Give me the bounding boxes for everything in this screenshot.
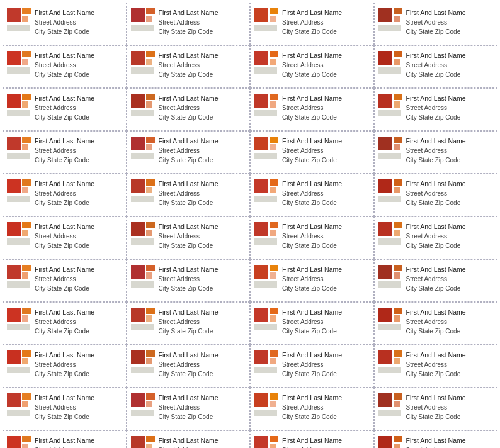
- contact-card[interactable]: First And Last Name Street Address City …: [127, 259, 251, 302]
- contact-card[interactable]: First And Last Name Street Address City …: [374, 216, 498, 259]
- contact-card[interactable]: First And Last Name Street Address City …: [127, 45, 251, 88]
- contact-name: First And Last Name: [406, 179, 466, 189]
- avatar-large-square: [131, 393, 145, 407]
- contact-name: First And Last Name: [406, 94, 466, 103]
- contact-card[interactable]: First And Last Name Street Address City …: [250, 216, 374, 259]
- contact-address: Street Address: [406, 318, 466, 327]
- contact-card[interactable]: First And Last Name Street Address City …: [127, 174, 251, 216]
- contact-name: First And Last Name: [282, 8, 342, 18]
- contact-name: First And Last Name: [159, 222, 219, 232]
- contact-card[interactable]: First And Last Name Street Address City …: [3, 259, 127, 302]
- contact-text: First And Last Name Street Address City …: [406, 265, 466, 293]
- contact-name: First And Last Name: [159, 393, 219, 403]
- contact-city: City State Zip Code: [282, 70, 342, 79]
- contact-card[interactable]: First And Last Name Street Address City …: [250, 174, 374, 216]
- contact-name: First And Last Name: [35, 137, 94, 146]
- avatar-base-rect: [254, 153, 277, 159]
- contact-city: City State Zip Code: [159, 199, 219, 208]
- contact-card[interactable]: First And Last Name Street Address City …: [374, 45, 498, 88]
- avatar-base-rect: [378, 153, 401, 159]
- contact-card[interactable]: First And Last Name Street Address City …: [127, 430, 251, 448]
- avatar: [378, 51, 402, 74]
- avatar-medium-rect: [146, 308, 155, 314]
- avatar-small-square: [394, 144, 400, 150]
- avatar-base-rect: [131, 153, 154, 159]
- contact-card[interactable]: First And Last Name Street Address City …: [127, 302, 251, 345]
- contact-card[interactable]: First And Last Name Street Address City …: [127, 3, 251, 45]
- avatar-large-square: [131, 436, 145, 448]
- contact-card[interactable]: First And Last Name Street Address City …: [250, 430, 374, 448]
- avatar-base-rect: [254, 324, 277, 330]
- contact-card[interactable]: First And Last Name Street Address City …: [250, 302, 374, 345]
- contact-name: First And Last Name: [159, 308, 219, 317]
- avatar: [7, 51, 31, 74]
- avatar: [7, 265, 31, 288]
- contact-text: First And Last Name Street Address City …: [159, 350, 219, 379]
- avatar-small-square: [22, 315, 28, 322]
- contact-address: Street Address: [282, 403, 342, 412]
- avatar-small-square: [22, 444, 28, 448]
- contact-name: First And Last Name: [282, 179, 342, 189]
- contact-card[interactable]: First And Last Name Street Address City …: [3, 3, 127, 45]
- contact-card[interactable]: First And Last Name Street Address City …: [374, 3, 498, 45]
- contact-card[interactable]: First And Last Name Street Address City …: [3, 88, 127, 131]
- contact-card[interactable]: First And Last Name Street Address City …: [3, 174, 127, 216]
- contact-name: First And Last Name: [406, 308, 466, 317]
- contact-text: First And Last Name Street Address City …: [282, 308, 342, 336]
- contact-text: First And Last Name Street Address City …: [159, 94, 219, 122]
- contact-city: City State Zip Code: [159, 242, 219, 250]
- avatar-base-rect: [378, 25, 401, 31]
- avatar-medium-rect: [394, 308, 402, 314]
- avatar-medium-rect: [146, 51, 155, 57]
- avatar-small-square: [22, 101, 28, 108]
- contact-card[interactable]: First And Last Name Street Address City …: [250, 88, 374, 131]
- contact-name: First And Last Name: [159, 265, 219, 274]
- contact-city: City State Zip Code: [35, 156, 94, 165]
- avatar-large-square: [7, 222, 21, 236]
- contact-card[interactable]: First And Last Name Street Address City …: [250, 131, 374, 174]
- avatar-large-square: [254, 179, 268, 193]
- contact-card[interactable]: First And Last Name Street Address City …: [374, 345, 498, 388]
- contact-card[interactable]: First And Last Name Street Address City …: [374, 131, 498, 174]
- contact-name: First And Last Name: [159, 179, 219, 189]
- contact-card[interactable]: First And Last Name Street Address City …: [3, 345, 127, 388]
- contact-card[interactable]: First And Last Name Street Address City …: [3, 216, 127, 259]
- avatar-medium-rect: [146, 222, 155, 228]
- contact-card[interactable]: First And Last Name Street Address City …: [250, 45, 374, 88]
- contact-card[interactable]: First And Last Name Street Address City …: [3, 131, 127, 174]
- avatar-base-rect: [7, 196, 30, 202]
- contact-card[interactable]: First And Last Name Street Address City …: [374, 174, 498, 216]
- contact-card[interactable]: First And Last Name Street Address City …: [374, 302, 498, 345]
- contact-card[interactable]: First And Last Name Street Address City …: [3, 430, 127, 448]
- contact-address: Street Address: [35, 403, 94, 412]
- contact-address: Street Address: [282, 18, 342, 27]
- avatar: [378, 308, 402, 330]
- avatar-medium-rect: [270, 222, 278, 228]
- contact-card[interactable]: First And Last Name Street Address City …: [127, 345, 251, 388]
- contact-card[interactable]: First And Last Name Street Address City …: [127, 216, 251, 259]
- contact-name: First And Last Name: [282, 265, 342, 274]
- contact-card[interactable]: First And Last Name Street Address City …: [3, 45, 127, 88]
- contact-card[interactable]: First And Last Name Street Address City …: [127, 388, 251, 430]
- contact-card[interactable]: First And Last Name Street Address City …: [374, 388, 498, 430]
- contact-card[interactable]: First And Last Name Street Address City …: [374, 430, 498, 448]
- avatar-medium-rect: [22, 137, 31, 143]
- contact-card[interactable]: First And Last Name Street Address City …: [127, 88, 251, 131]
- contact-address: Street Address: [159, 361, 219, 369]
- contact-text: First And Last Name Street Address City …: [159, 179, 219, 208]
- avatar-small-square: [146, 230, 152, 236]
- contact-card[interactable]: First And Last Name Street Address City …: [374, 88, 498, 131]
- avatar: [378, 137, 402, 159]
- contact-card[interactable]: First And Last Name Street Address City …: [250, 388, 374, 430]
- avatar-large-square: [378, 265, 392, 279]
- contact-card[interactable]: First And Last Name Street Address City …: [250, 259, 374, 302]
- contact-card[interactable]: First And Last Name Street Address City …: [127, 131, 251, 174]
- avatar-medium-rect: [270, 8, 278, 14]
- contact-card[interactable]: First And Last Name Street Address City …: [250, 3, 374, 45]
- contact-card[interactable]: First And Last Name Street Address City …: [3, 302, 127, 345]
- contact-city: City State Zip Code: [406, 199, 466, 208]
- contact-card[interactable]: First And Last Name Street Address City …: [250, 345, 374, 388]
- avatar-large-square: [131, 308, 145, 322]
- contact-card[interactable]: First And Last Name Street Address City …: [3, 388, 127, 430]
- contact-card[interactable]: First And Last Name Street Address City …: [374, 259, 498, 302]
